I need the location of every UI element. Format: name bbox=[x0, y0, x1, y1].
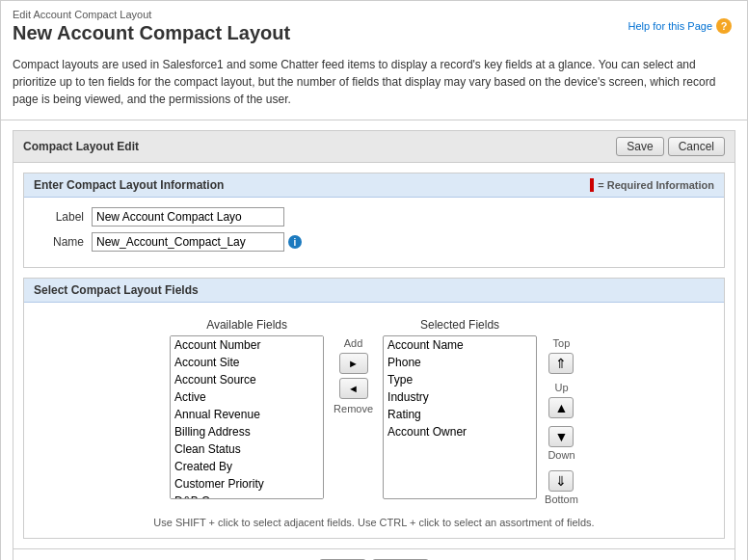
help-link-text: Help for this Page bbox=[628, 20, 712, 32]
fields-section-title: Select Compact Layout Fields bbox=[34, 283, 199, 297]
name-input[interactable] bbox=[92, 232, 284, 252]
name-info-icon[interactable]: i bbox=[288, 235, 302, 249]
required-legend: = Required Information bbox=[590, 178, 714, 192]
breadcrumb: Edit Account Compact Layout bbox=[13, 9, 735, 20]
page-title: New Account Compact Layout bbox=[13, 22, 735, 44]
transfer-buttons: Add ► ◄ Remove bbox=[324, 337, 383, 414]
bottom-button[interactable]: ⇓ bbox=[548, 470, 574, 492]
name-row: Name i bbox=[34, 232, 714, 252]
fields-body: Available Fields Account NumberAccount S… bbox=[24, 303, 724, 538]
up-label: Up bbox=[554, 382, 568, 393]
compact-layout-edit-card: Compact Layout Edit Save Cancel Enter Co… bbox=[13, 130, 735, 560]
fields-section-header: Select Compact Layout Fields bbox=[24, 279, 724, 303]
top-button[interactable]: ⇑ bbox=[548, 353, 574, 374]
down-label: Down bbox=[548, 449, 574, 461]
top-group: Top ⇑ bbox=[548, 337, 574, 374]
help-icon: ? bbox=[716, 18, 732, 34]
compact-layout-edit-header: Compact Layout Edit Save Cancel bbox=[13, 131, 735, 163]
up-button[interactable]: ▲ bbox=[548, 397, 574, 418]
remove-label: Remove bbox=[334, 403, 373, 414]
down-button[interactable]: ▼ bbox=[548, 426, 574, 447]
save-button-top[interactable]: Save bbox=[616, 137, 663, 156]
selected-fields-list[interactable]: Account NamePhoneTypeIndustryRatingAccou… bbox=[383, 335, 537, 499]
top-label: Top bbox=[553, 337, 571, 349]
up-group: Up ▲ bbox=[548, 382, 574, 418]
selected-label: Selected Fields bbox=[420, 318, 499, 332]
down-group: ▼ Down bbox=[548, 426, 574, 463]
order-buttons: Top ⇑ Up ▲ ▼ Down ⇓ Bott bbox=[545, 337, 578, 507]
form-body: Label Name i bbox=[24, 198, 724, 267]
form-section-header: Enter Compact Layout Information = Requi… bbox=[24, 173, 724, 198]
bottom-actions: Save Cancel bbox=[13, 548, 735, 560]
remove-button[interactable]: ◄ bbox=[339, 378, 368, 399]
required-bar bbox=[590, 178, 594, 192]
available-column: Available Fields Account NumberAccount S… bbox=[170, 318, 324, 499]
form-section: Enter Compact Layout Information = Requi… bbox=[23, 173, 725, 268]
selected-column: Selected Fields Account NamePhoneTypeInd… bbox=[383, 318, 537, 499]
page-description: Compact layouts are used in Salesforce1 … bbox=[1, 48, 747, 120]
available-label: Available Fields bbox=[206, 318, 287, 332]
compact-layout-edit-title: Compact Layout Edit bbox=[23, 140, 139, 153]
label-row: Label bbox=[34, 207, 714, 227]
help-link[interactable]: Help for this Page ? bbox=[628, 18, 732, 34]
fields-section: Select Compact Layout Fields Available F… bbox=[23, 278, 725, 539]
add-button[interactable]: ► bbox=[339, 353, 368, 374]
form-section-title: Enter Compact Layout Information bbox=[34, 178, 224, 192]
cancel-button-top[interactable]: Cancel bbox=[668, 137, 725, 156]
bottom-label: Bottom bbox=[545, 493, 578, 505]
hint-text: Use SHIFT + click to select adjacent fie… bbox=[153, 517, 594, 528]
header-actions: Save Cancel bbox=[616, 137, 725, 156]
name-field-label: Name bbox=[34, 235, 92, 249]
label-input[interactable] bbox=[92, 207, 284, 227]
fields-columns: Available Fields Account NumberAccount S… bbox=[170, 318, 578, 507]
bottom-group: ⇓ Bottom bbox=[545, 470, 578, 507]
add-label: Add bbox=[344, 337, 363, 349]
label-field-label: Label bbox=[34, 210, 92, 224]
available-fields-list[interactable]: Account NumberAccount SiteAccount Source… bbox=[170, 335, 324, 499]
